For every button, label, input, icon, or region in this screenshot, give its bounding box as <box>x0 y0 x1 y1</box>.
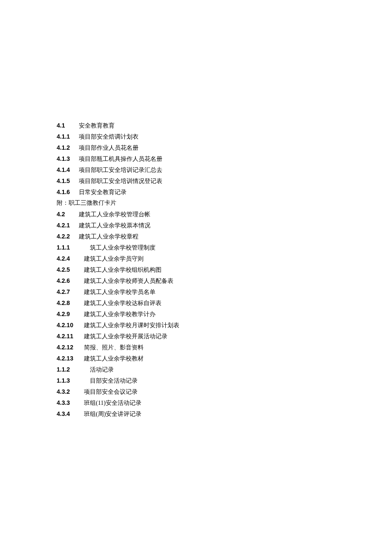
toc-number: 4.1.3 <box>57 153 79 164</box>
toc-number: 4.2.6 <box>57 275 84 286</box>
toc-number: 4.1.2 <box>57 142 79 153</box>
toc-number: 4.2.9 <box>57 308 84 320</box>
toc-number: 4.2.13 <box>57 353 84 364</box>
toc-entry: 4.1.2项目部作业人员花名册 <box>57 142 392 153</box>
toc-title: 日常安全教育记录 <box>79 187 127 198</box>
toc-number: 4.2.5 <box>57 264 84 275</box>
toc-title: 建筑工人业余学校组织机构图 <box>84 264 161 276</box>
toc-number: 4.1 <box>57 120 79 131</box>
toc-title: 项目部安全会议记录 <box>84 386 138 398</box>
toc-title: 目部安全活动记录 <box>84 375 138 386</box>
toc-number: 4.2.7 <box>57 286 84 297</box>
toc-title: 项目部职工安全培训情况登记表 <box>79 176 162 187</box>
toc-title: 班组(周)安全讲评记录 <box>84 409 141 420</box>
toc-number: 4.2.2 <box>57 231 79 242</box>
toc-entry: 1.1.2活动记录 <box>57 364 392 375</box>
toc-entry: 4.2.10建筑工人业余学校月课时安排计划表 <box>57 320 392 331</box>
toc-entry: 4.2.13建筑工人业余学校教材 <box>57 353 392 364</box>
toc-title: 建筑工人业余学校达标自评表 <box>84 298 161 309</box>
toc-number: 1.1.2 <box>57 364 84 375</box>
toc-number: 4.2.8 <box>57 297 84 308</box>
toc-title: 建筑工人业余学校师资人员配备表 <box>84 276 173 287</box>
toc-number: 1.1.1 <box>57 242 84 253</box>
toc-number: 1.1.3 <box>57 375 84 386</box>
toc-title: 建筑工人业余学校管理台帐 <box>79 209 150 220</box>
toc-title: 活动记录 <box>84 364 114 375</box>
toc-title: 项目部瓶工机具操作人员花名册 <box>79 154 162 165</box>
toc-title: 筑工人业余学校管理制度 <box>84 242 156 253</box>
toc-entry: 4.2.12简报、照片、影音资料 <box>57 342 392 353</box>
toc-number: 4.2.10 <box>57 320 84 331</box>
toc-entry: 4.2.8建筑工人业余学校达标自评表 <box>57 297 392 308</box>
toc-entry: 4.2.7建筑工人业余学校学员名单 <box>57 286 392 297</box>
toc-entry: 4.1.4项目部职工安全培训记录汇总去 <box>57 164 392 175</box>
toc-title: 建筑工人业余学校票本情况 <box>79 220 150 231</box>
toc-number: 4.3.2 <box>57 386 84 397</box>
toc-title: 建筑工人业余学校月课时安排计划表 <box>84 320 179 331</box>
toc-entry: 4.2.11建筑工人业余学校开展活动记录 <box>57 331 392 342</box>
toc-entry: 4.2.5建筑工人业余学校组织机构图 <box>57 264 392 275</box>
toc-title: 班组(11)安全活动记录 <box>84 398 141 409</box>
toc-title: 建筑工人业余学校章程 <box>79 231 138 242</box>
toc-entry: 1.1.3目部安全活动记录 <box>57 375 392 386</box>
toc-number: 4.2 <box>57 209 79 220</box>
toc-number: 4.1.4 <box>57 164 79 175</box>
toc-entry: 4.2建筑工人业余学校管理台帐 <box>57 209 392 220</box>
toc-entry: 4.2.4建筑工人业余学员守则 <box>57 253 392 264</box>
toc-title: 项目部安全焙调计划衣 <box>79 131 138 142</box>
toc-entry: 4.3.2项目部安全会议记录 <box>57 386 392 397</box>
toc-entry: 4.3.3班组(11)安全活动记录 <box>57 397 392 408</box>
toc-title: 项目部作业人员花名册 <box>79 142 138 154</box>
toc-number: 4.2.11 <box>57 331 84 342</box>
toc-entry: 4.1.1项目部安全焙调计划衣 <box>57 131 392 142</box>
toc-entry: 1.1.1筑工人业余学校管理制度 <box>57 242 392 253</box>
toc-entry: 4.3.4班组(周)安全讲评记录 <box>57 408 392 419</box>
toc-number: 4.2.1 <box>57 220 79 231</box>
toc-attachment-text: 附：职工三微教仃卡片 <box>57 200 116 206</box>
toc-title: 简报、照片、影音资料 <box>84 342 144 353</box>
toc-number: 4.2.12 <box>57 342 84 353</box>
toc-entry: 4.2.6建筑工人业余学校师资人员配备表 <box>57 275 392 286</box>
toc-entry: 4.2.1建筑工人业余学校票本情况 <box>57 220 392 231</box>
toc-title: 建筑工人业余学校教材 <box>84 353 144 364</box>
toc-number: 4.3.3 <box>57 397 84 408</box>
toc-entry: 4.1安全教育教育 <box>57 120 392 131</box>
toc-number: 4.1.6 <box>57 186 79 198</box>
toc-number: 4.2.4 <box>57 253 84 264</box>
toc-entry: 4.1.5项目部职工安全培训情况登记表 <box>57 175 392 186</box>
toc-title: 建筑工人业余学校学员名单 <box>84 287 156 298</box>
toc-number: 4.1.5 <box>57 175 79 186</box>
toc-entry: 4.2.9建筑工人业余学校教学计办 <box>57 308 392 320</box>
toc-title: 建筑工人业余学校开展活动记录 <box>84 331 167 342</box>
toc-number: 4.3.4 <box>57 408 84 419</box>
toc-entry: 4.2.2建筑工人业余学校章程 <box>57 231 392 242</box>
toc-number: 4.1.1 <box>57 131 79 142</box>
toc-attachment-note: 附：职工三微教仃卡片 <box>57 198 392 209</box>
toc-title: 建筑工人业余学员守则 <box>84 253 144 264</box>
table-of-contents: 4.1安全教育教育4.1.1项目部安全焙调计划衣4.1.2项目部作业人员花名册4… <box>57 120 392 419</box>
toc-title: 项目部职工安全培训记录汇总去 <box>79 165 162 176</box>
toc-title: 建筑工人业余学校教学计办 <box>84 309 156 320</box>
toc-entry: 4.1.6日常安全教育记录 <box>57 186 392 198</box>
toc-title: 安全教育教育 <box>79 120 115 131</box>
toc-entry: 4.1.3项目部瓶工机具操作人员花名册 <box>57 153 392 164</box>
